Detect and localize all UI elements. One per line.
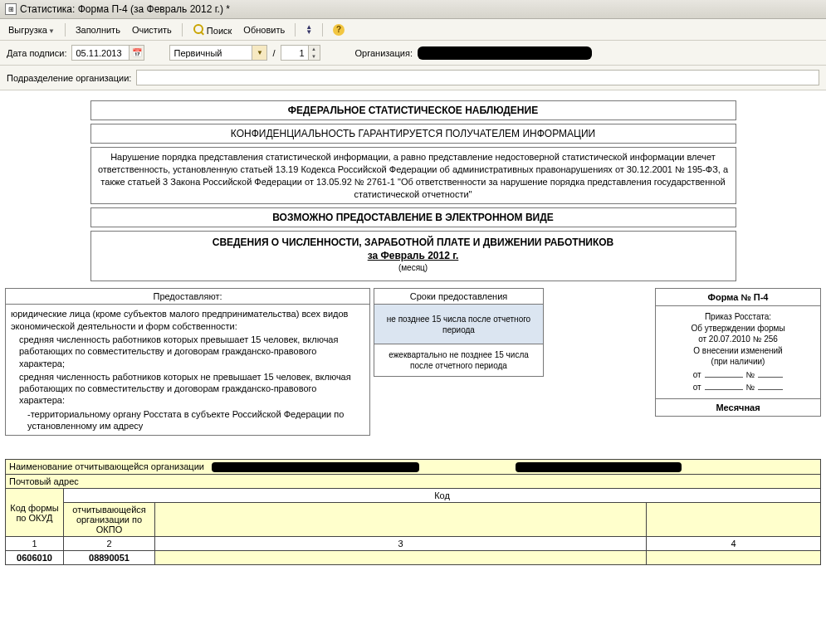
report-title: СВЕДЕНИЯ О ЧИСЛЕННОСТИ, ЗАРАБОТНОЙ ПЛАТЕ…	[98, 237, 729, 248]
header-panel-confidential: КОНФИДЕНЦИАЛЬНОСТЬ ГАРАНТИРУЕТСЯ ПОЛУЧАТ…	[90, 124, 736, 144]
search-icon	[193, 23, 204, 35]
no-label: №	[746, 382, 755, 393]
updown-icon: ▲▼	[305, 25, 312, 35]
okud-header: Код формы по ОКУД	[6, 489, 64, 537]
org-label: Организация:	[355, 48, 413, 58]
toolbar-separator	[295, 23, 296, 37]
okpo-header: отчитывающейся организации по ОКПО	[64, 503, 155, 537]
window-title-bar: ⊞ Статистика: Форма П-4 (за Февраль 2012…	[0, 0, 826, 19]
okud-value: 0606010	[6, 551, 64, 565]
fill-button[interactable]: Заполнить	[72, 23, 124, 37]
ot-label: от	[693, 369, 701, 381]
spinner-buttons[interactable]: ▲▼	[309, 45, 320, 61]
header-panel-warning: Нарушение порядка представления статисти…	[90, 147, 736, 204]
code-header: Код	[64, 489, 821, 503]
clear-button[interactable]: Очистить	[129, 23, 175, 37]
org-name-redacted2	[516, 462, 682, 472]
deadline-cell-2: ежеквартально не позднее 15 числа после …	[374, 344, 544, 377]
code-val3	[155, 551, 647, 565]
date-label: Дата подписи:	[7, 48, 66, 58]
deadlines-header: Сроки предоставления	[374, 289, 544, 305]
header-panel-title: СВЕДЕНИЯ О ЧИСЛЕННОСТИ, ЗАРАБОТНОЙ ПЛАТЕ…	[90, 231, 736, 281]
toolbar-separator	[322, 23, 323, 37]
slash-label: /	[272, 48, 275, 58]
no-label: №	[746, 369, 755, 381]
dropdown-caret-icon: ▼	[48, 27, 55, 35]
deadlines-table: Сроки предоставления не позднее 15 числа…	[374, 288, 544, 377]
updown-button[interactable]: ▲▼	[302, 23, 315, 37]
form-info-column: Форма № П-4 Приказ Росстата: Об утвержде…	[547, 288, 821, 417]
code-val4	[647, 551, 821, 565]
providers-line: юридические лица (кроме субъектов малого…	[11, 308, 364, 332]
colnum-3: 3	[155, 537, 647, 551]
unload-label: Выгрузка	[8, 25, 47, 35]
spinner-down-icon[interactable]: ▼	[309, 53, 320, 61]
number-field: ▲▼	[281, 45, 320, 61]
form-line: Приказ Росстата:	[662, 311, 814, 323]
form-ot-line: от №	[662, 369, 814, 381]
providers-body: юридические лица (кроме субъектов малого…	[6, 305, 370, 436]
deadlines-column: Сроки предоставления не позднее 15 числа…	[374, 288, 544, 377]
postal-row: Почтовый адрес	[6, 475, 821, 489]
help-icon: ?	[333, 24, 345, 36]
blank-field	[758, 369, 783, 378]
toolbar-separator	[65, 23, 66, 37]
colnum-2: 2	[64, 537, 155, 551]
params-bar: Дата подписи: 📅 ▼ / ▲▼ Организация:	[0, 41, 826, 66]
providers-line: -территориальному органу Росстата в субъ…	[11, 408, 364, 432]
org-name-row: Наименование отчитывающейся организации	[6, 460, 821, 475]
calendar-icon[interactable]: 📅	[130, 45, 144, 61]
type-input[interactable]	[169, 45, 252, 61]
providers-header: Предоставляют:	[6, 289, 370, 305]
date-input[interactable]	[71, 45, 130, 61]
subdiv-input[interactable]	[136, 70, 819, 85]
providers-column: Предоставляют: юридические лица (кроме с…	[5, 288, 370, 436]
search-label: Поиск	[207, 26, 232, 36]
document-content: ФЕДЕРАЛЬНОЕ СТАТИСТИЧЕСКОЕ НАБЛЮДЕНИЕ КО…	[0, 90, 826, 575]
org-value-redacted	[418, 46, 592, 60]
dropdown-icon[interactable]: ▼	[252, 45, 267, 61]
date-field: 📅	[71, 45, 144, 61]
window-title: Статистика: Форма П-4 (за Февраль 2012 г…	[20, 3, 230, 15]
org-details-table: Наименование отчитывающейся организации …	[5, 459, 821, 565]
form-periodicity: Месячная	[656, 399, 820, 416]
type-field: ▼	[169, 45, 267, 61]
window-icon: ⊞	[5, 3, 17, 15]
providers-line: средняя численность работников которых п…	[11, 334, 364, 369]
org-name-label: Наименование отчитывающейся организации	[9, 461, 204, 471]
form-line: О внесении изменений	[662, 345, 814, 357]
blank-field	[705, 369, 743, 378]
blank-field	[705, 382, 743, 390]
form-order-info: Приказ Росстата: Об утверждении формы от…	[656, 306, 820, 399]
colnum-4: 4	[647, 537, 821, 551]
main-toolbar: Выгрузка▼ Заполнить Очистить Поиск Обнов…	[0, 19, 826, 41]
okpo-value: 08890051	[64, 551, 155, 565]
number-input[interactable]	[281, 45, 309, 61]
org-name-redacted	[212, 462, 419, 472]
header-panel-federal: ФЕДЕРАЛЬНОЕ СТАТИСТИЧЕСКОЕ НАБЛЮДЕНИЕ	[90, 100, 736, 120]
unload-button[interactable]: Выгрузка▼	[5, 23, 58, 37]
info-columns: Предоставляют: юридические лица (кроме с…	[5, 288, 821, 436]
blank-field	[758, 382, 783, 390]
form-line: от 20.07.2010 № 256	[662, 334, 814, 345]
subdiv-bar: Подразделение организации:	[0, 66, 826, 90]
search-button[interactable]: Поиск	[189, 22, 236, 37]
clear-label: Очистить	[132, 25, 172, 35]
header-panel-electronic: ВОЗМОЖНО ПРЕДОСТАВЛЕНИЕ В ЭЛЕКТРОННОМ ВИ…	[90, 207, 736, 227]
deadline-cell-1: не позднее 15 числа после отчетного пери…	[374, 305, 544, 344]
form-line: Об утверждении формы	[662, 323, 814, 334]
providers-table: Предоставляют: юридические лица (кроме с…	[5, 288, 370, 436]
form-ot-line: от №	[662, 382, 814, 393]
code-col4	[647, 503, 821, 537]
report-period-sub: (месяц)	[98, 263, 729, 272]
colnum-1: 1	[6, 537, 64, 551]
subdiv-label: Подразделение организации:	[7, 73, 131, 83]
code-col3	[155, 503, 647, 537]
update-button[interactable]: Обновить	[240, 23, 288, 37]
help-button[interactable]: ?	[330, 22, 348, 37]
form-info-box: Форма № П-4 Приказ Росстата: Об утвержде…	[655, 288, 821, 417]
form-line: (при наличии)	[662, 356, 814, 368]
report-period: за Февраль 2012 г.	[98, 250, 729, 261]
providers-line: средняя численность работников которых н…	[11, 371, 364, 407]
spinner-up-icon[interactable]: ▲	[309, 46, 320, 53]
